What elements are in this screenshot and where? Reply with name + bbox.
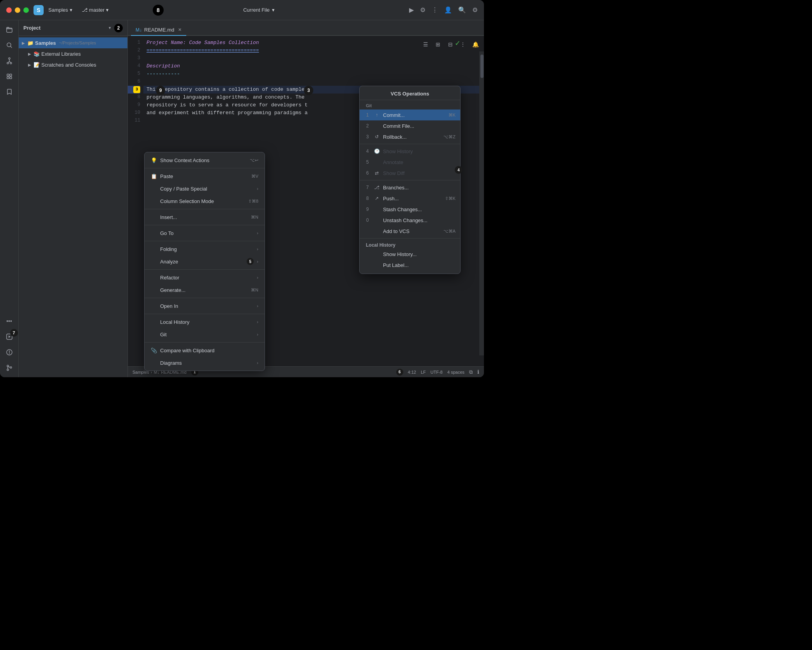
- app-window: S Samples ▾ ⎇ master ▾ 8 Current File ▾ …: [0, 0, 484, 377]
- rollback-icon: ↺: [374, 134, 380, 140]
- vcs-item-show-diff[interactable]: 6 ⇄ Show Diff 4: [360, 168, 460, 178]
- menu-item-folding[interactable]: Folding ›: [145, 243, 265, 255]
- vcs-title: VCS Operations: [360, 89, 460, 100]
- titlebar: S Samples ▾ ⎇ master ▾ 8 Current File ▾ …: [0, 0, 484, 20]
- toolbar-search-icon[interactable]: [3, 39, 16, 51]
- vcs-label-commit: Commit...: [383, 112, 445, 118]
- menu-label-paste: Paste: [160, 173, 248, 179]
- svg-point-13: [10, 367, 12, 368]
- current-file-arrow-icon: ▾: [272, 7, 275, 13]
- current-file-dropdown[interactable]: Current File ▾: [243, 7, 275, 13]
- line-num-11: 11: [128, 117, 140, 125]
- editor-view-btn[interactable]: ☰: [420, 39, 431, 50]
- sidebar-item-scratches[interactable]: ▶ 📝 Scratches and Consoles: [19, 59, 127, 70]
- sidebar-dropdown-icon[interactable]: ▾: [109, 25, 111, 30]
- vcs-item-add-to-vcs[interactable]: Add to VCS ⌥⌘A: [360, 226, 460, 237]
- search-button[interactable]: 🔍: [458, 6, 466, 14]
- code-line-3: [143, 55, 484, 62]
- toolbar-folder-icon[interactable]: [3, 23, 16, 36]
- vcs-shortcut-commit: ⌘K: [448, 113, 455, 118]
- step-badge-2: 2: [114, 24, 123, 32]
- minimize-button[interactable]: [15, 7, 20, 13]
- scratches-icon: 📝: [34, 62, 40, 68]
- toolbar-more-icon[interactable]: •••: [3, 315, 16, 327]
- vcs-num-6: 6: [364, 170, 371, 176]
- vcs-num-5: 5: [364, 159, 371, 165]
- maximize-button[interactable]: [23, 7, 29, 13]
- user-button[interactable]: 👤: [444, 6, 452, 14]
- tab-close-icon[interactable]: ✕: [178, 27, 182, 32]
- menu-item-insert[interactable]: Insert... ⌘N: [145, 211, 265, 223]
- refactor-arrow-icon: ›: [257, 275, 258, 280]
- menu-label-insert: Insert...: [160, 214, 248, 220]
- run-button[interactable]: ▶: [409, 6, 414, 14]
- menu-shortcut-insert: ⌘N: [251, 215, 258, 220]
- menu-label-folding: Folding: [160, 246, 254, 252]
- editor-more-btn[interactable]: ⋮: [457, 39, 468, 50]
- vcs-item-put-label[interactable]: Put Label...: [360, 260, 460, 270]
- menu-item-paste[interactable]: 📋 Paste ⌘V: [145, 170, 265, 182]
- menu-item-diagrams[interactable]: Diagrams ›: [145, 357, 265, 369]
- close-button[interactable]: [6, 7, 12, 13]
- menu-item-open-in[interactable]: Open In ›: [145, 300, 265, 312]
- vcs-item-local-show-history[interactable]: Show History...: [360, 249, 460, 260]
- toolbar-bookmark-icon[interactable]: [3, 86, 16, 98]
- menu-item-copy-paste-special[interactable]: Copy / Paste Special ›: [145, 182, 265, 195]
- branch-arrow-icon: ▾: [106, 7, 109, 13]
- menu-shortcut-column-selection: ⇧⌘8: [248, 199, 258, 204]
- vcs-item-stash[interactable]: 9 Stash Changes...: [360, 204, 460, 215]
- traffic-lights: [6, 7, 29, 13]
- menu-item-show-context-actions[interactable]: 💡 Show Context Actions ⌥↩: [145, 154, 265, 166]
- vcs-item-commit-file[interactable]: 2 Commit File...: [360, 120, 460, 131]
- menu-item-goto[interactable]: Go To ›: [145, 227, 265, 239]
- menu-item-compare-clipboard[interactable]: 📎 Compare with Clipboard: [145, 344, 265, 357]
- editor-diff-btn[interactable]: ⊟: [445, 39, 456, 50]
- notifications-btn[interactable]: 🔔: [470, 39, 481, 50]
- diagrams-arrow-icon: ›: [257, 360, 258, 365]
- vcs-item-unstash[interactable]: 0 Unstash Changes...: [360, 215, 460, 226]
- menu-item-local-history[interactable]: Local History ›: [145, 316, 265, 328]
- vcs-item-annotate[interactable]: 5 Annotate: [360, 157, 460, 168]
- tab-readme[interactable]: M↓ README.md ✕: [131, 25, 186, 36]
- menu-item-generate[interactable]: Generate... ⌘N: [145, 284, 265, 296]
- toolbar-layers-icon[interactable]: [3, 70, 16, 83]
- step-badge-7: 7: [10, 329, 18, 337]
- code-token: repository is to serve as a resource for…: [147, 101, 307, 110]
- vcs-item-rollback[interactable]: 3 ↺ Rollback... ⌥⌘Z: [360, 131, 460, 142]
- menu-separator-5: [145, 269, 265, 270]
- more-button[interactable]: ⋮: [432, 6, 438, 14]
- settings-button[interactable]: ⚙: [472, 6, 478, 14]
- vcs-item-show-history[interactable]: 4 🕐 Show History: [360, 146, 460, 157]
- scrollbar-thumb[interactable]: [480, 55, 484, 78]
- editor-split-btn[interactable]: ⊞: [432, 39, 443, 50]
- branch-selector[interactable]: ⎇ master ▾: [82, 7, 109, 13]
- commit-icon: ↑: [374, 112, 380, 118]
- info-icon[interactable]: ℹ: [477, 369, 479, 375]
- folding-arrow-icon: ›: [257, 247, 258, 251]
- line-ending-label: LF: [421, 370, 426, 374]
- copy-icon[interactable]: ⧉: [469, 369, 473, 375]
- submenu-arrow-icon: ›: [257, 186, 258, 191]
- scrollbar-track[interactable]: [479, 51, 484, 355]
- code-token: programming languages, algorithms, and c…: [147, 94, 305, 102]
- toolbar-error-icon[interactable]: [3, 346, 16, 359]
- vcs-item-commit[interactable]: 1 ↑ Commit... ⌘K: [360, 110, 460, 120]
- code-token: Project Name: Code Samples Collection: [147, 39, 259, 47]
- menu-item-analyze[interactable]: Analyze 5 ›: [145, 255, 265, 268]
- toolbar-git-branch-icon[interactable]: [3, 362, 16, 374]
- library-icon: 📚: [34, 51, 40, 57]
- vcs-label-push: Push...: [383, 196, 442, 201]
- vcs-item-branches[interactable]: 7 ⎇ Branches...: [360, 182, 460, 193]
- menu-item-column-selection[interactable]: Column Selection Mode ⇧⌘8: [145, 195, 265, 207]
- menu-item-refactor[interactable]: Refactor ›: [145, 271, 265, 284]
- vcs-item-push[interactable]: 8 ↗ Push... ⇧⌘K: [360, 193, 460, 204]
- sidebar-item-samples[interactable]: ▶ 📁 Samples ~/Projects/Samples: [19, 37, 127, 48]
- menu-item-git[interactable]: Git ›: [145, 328, 265, 341]
- sidebar-item-external-libraries[interactable]: ▶ 📚 External Libraries: [19, 48, 127, 59]
- folder-icon: 📁: [27, 40, 34, 46]
- debug-button[interactable]: ⚙: [420, 6, 425, 14]
- local-history-arrow-icon: ›: [257, 320, 258, 324]
- project-arrow-icon: ▾: [70, 7, 72, 13]
- toolbar-git-icon[interactable]: [3, 55, 16, 67]
- project-name[interactable]: Samples ▾: [48, 7, 72, 13]
